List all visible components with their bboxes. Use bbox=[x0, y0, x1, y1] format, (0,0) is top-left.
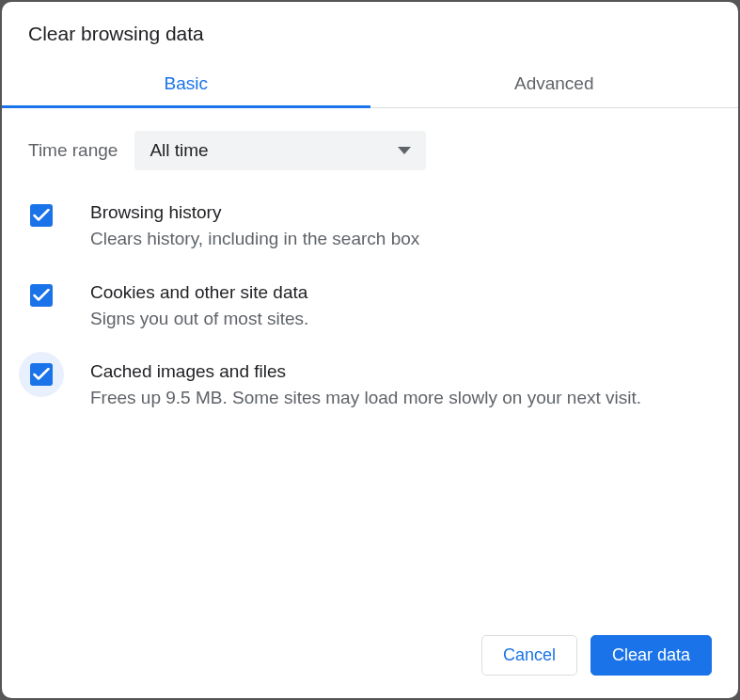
clear-browsing-data-dialog: Clear browsing data Basic Advanced Time … bbox=[2, 2, 738, 698]
clear-data-button[interactable]: Clear data bbox=[590, 635, 712, 676]
option-title: Browsing history bbox=[90, 202, 712, 223]
option-text: Cookies and other site data Signs you ou… bbox=[90, 282, 712, 332]
checkbox-wrap bbox=[19, 352, 64, 397]
option-text: Browsing history Clears history, includi… bbox=[90, 202, 712, 252]
dialog-content: Time range All time Browsing history Cle… bbox=[2, 108, 738, 635]
chevron-down-icon bbox=[398, 147, 411, 154]
tab-basic[interactable]: Basic bbox=[2, 60, 370, 107]
tabs: Basic Advanced bbox=[2, 60, 738, 108]
option-text: Cached images and files Frees up 9.5 MB.… bbox=[90, 361, 712, 411]
checkbox-wrap bbox=[19, 273, 64, 318]
checkbox-wrap bbox=[19, 193, 64, 238]
time-range-value: All time bbox=[150, 140, 208, 161]
time-range-row: Time range All time bbox=[28, 131, 712, 170]
option-desc: Signs you out of most sites. bbox=[90, 307, 712, 332]
checkbox-cookies[interactable] bbox=[30, 284, 53, 307]
option-browsing-history: Browsing history Clears history, includi… bbox=[28, 202, 712, 252]
tab-advanced[interactable]: Advanced bbox=[370, 60, 739, 107]
dialog-title: Clear browsing data bbox=[2, 2, 738, 60]
option-cookies: Cookies and other site data Signs you ou… bbox=[28, 282, 712, 332]
checkbox-browsing-history[interactable] bbox=[30, 204, 53, 227]
option-cache: Cached images and files Frees up 9.5 MB.… bbox=[28, 361, 712, 411]
checkbox-cache[interactable] bbox=[30, 363, 53, 386]
time-range-label: Time range bbox=[28, 140, 118, 161]
option-desc: Frees up 9.5 MB. Some sites may load mor… bbox=[90, 386, 712, 411]
cancel-button[interactable]: Cancel bbox=[481, 635, 577, 676]
option-desc: Clears history, including in the search … bbox=[90, 227, 712, 252]
option-title: Cached images and files bbox=[90, 361, 712, 382]
option-title: Cookies and other site data bbox=[90, 282, 712, 303]
time-range-select[interactable]: All time bbox=[134, 131, 426, 170]
dialog-footer: Cancel Clear data bbox=[2, 635, 738, 698]
